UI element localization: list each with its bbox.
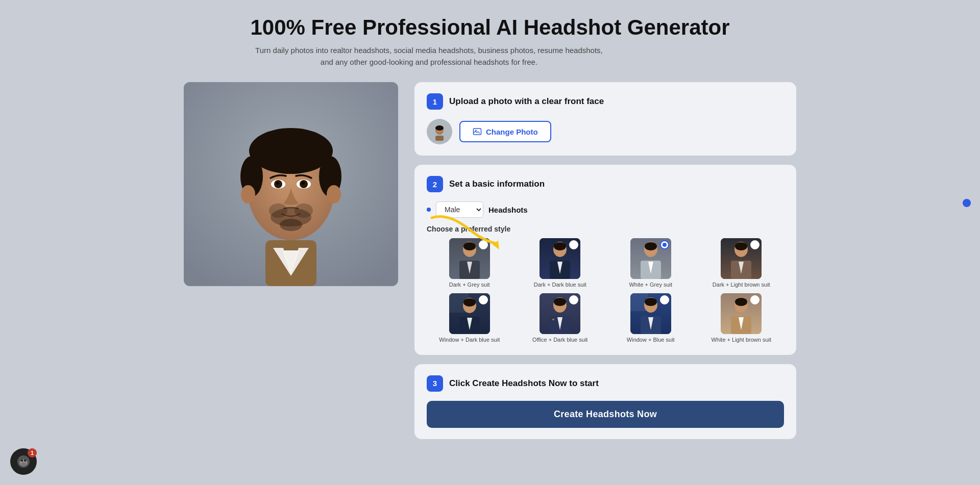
style-item-dark-grey[interactable]: Dark + Grey suit (427, 238, 512, 288)
svg-point-9 (255, 146, 327, 169)
style-section-label: Choose a preferred style (427, 225, 784, 233)
step3-card: 3 Click Create Headshots Now to start Cr… (414, 364, 796, 439)
style-radio-white-grey (660, 240, 669, 249)
gorilla-badge[interactable]: 1 (10, 448, 37, 475)
step2-title: Set a basic information (449, 179, 545, 189)
svg-point-10 (241, 185, 255, 203)
headshots-label: Headshots (488, 206, 528, 214)
step2-badge: 2 (427, 176, 443, 192)
style-label-white-grey: White + Grey suit (629, 281, 672, 288)
style-label-office-dark-blue: Office + Dark blue suit (532, 336, 587, 343)
svg-point-45 (735, 242, 747, 250)
right-panel: 1 Upload a photo with a clear front face (414, 82, 796, 439)
gender-dot (427, 208, 431, 212)
step1-badge: 1 (427, 93, 443, 110)
style-thumb-window-blue (630, 293, 671, 334)
svg-point-21 (280, 219, 302, 231)
gorilla-notification-badge: 1 (28, 448, 37, 457)
step2-header: 2 Set a basic information (427, 176, 784, 192)
style-item-window-blue[interactable]: Window + Blue suit (608, 293, 694, 343)
style-grid-wrapper: Dark + Grey suit (427, 238, 784, 344)
page-header: 100% Free Professional AI Headshot Gener… (250, 15, 729, 68)
notification-count: 1 (31, 450, 34, 456)
svg-point-56 (554, 298, 566, 306)
style-radio-window-dark-blue (479, 295, 488, 304)
svg-point-11 (327, 185, 341, 203)
style-thumb-white-light-brown (721, 293, 762, 334)
step1-header: 1 Upload a photo with a clear front face (427, 93, 784, 110)
style-label-window-dark-blue: Window + Dark blue suit (439, 336, 500, 343)
gender-select[interactable]: Male Female (436, 201, 483, 218)
step3-header: 3 Click Create Headshots Now to start (427, 375, 784, 392)
step1-card: 1 Upload a photo with a clear front face (414, 82, 796, 156)
svg-rect-24 (435, 136, 444, 141)
style-label-white-light-brown: White + Light brown suit (711, 336, 771, 343)
photo-preview-panel (184, 82, 398, 286)
change-photo-button[interactable]: Change Photo (459, 121, 551, 142)
svg-point-35 (554, 242, 566, 250)
style-label-dark-blue: Dark + Dark blue suit (534, 281, 586, 288)
style-label-dark-grey: Dark + Grey suit (449, 281, 490, 288)
style-thumb-window-dark-blue (449, 293, 490, 334)
change-photo-label: Change Photo (486, 127, 538, 136)
style-label-window-blue: Window + Blue suit (627, 336, 675, 343)
page-title: 100% Free Professional AI Headshot Gener… (250, 15, 729, 40)
svg-point-51 (463, 298, 476, 307)
create-headshots-label: Create Headshots Now (554, 409, 657, 419)
main-content: 1 Upload a photo with a clear front face (184, 82, 796, 439)
svg-point-16 (276, 182, 279, 185)
svg-point-30 (463, 242, 476, 250)
style-item-dark-blue[interactable]: Dark + Dark blue suit (518, 238, 603, 288)
svg-point-76 (21, 460, 23, 462)
svg-point-17 (302, 182, 305, 185)
image-icon (473, 127, 482, 136)
upload-section: Change Photo (427, 119, 784, 144)
step3-title: Click Create Headshots Now to start (449, 378, 599, 389)
style-item-white-grey[interactable]: White + Grey suit (608, 238, 694, 288)
svg-point-75 (21, 463, 26, 466)
step3-badge: 3 (427, 375, 443, 392)
svg-point-19 (269, 203, 287, 218)
gender-row: Male Female Headshots (427, 201, 784, 218)
style-item-dark-light-brown[interactable]: Dark + Light brown suit (699, 238, 785, 288)
page-wrapper: 100% Free Professional AI Headshot Gener… (0, 0, 980, 485)
step1-title: Upload a photo with a clear front face (449, 96, 604, 107)
style-thumb-white-grey (630, 238, 671, 279)
style-label-dark-light-brown: Dark + Light brown suit (713, 281, 770, 288)
create-headshots-button[interactable]: Create Headshots Now (427, 401, 784, 428)
page-subtitle: Turn daily photos into realtor headshots… (250, 45, 607, 68)
style-thumb-dark-blue (540, 238, 580, 279)
top-right-indicator (963, 199, 971, 207)
style-thumb-office-dark-blue (540, 293, 580, 334)
svg-point-77 (24, 460, 26, 462)
style-radio-dark-grey (479, 240, 488, 249)
svg-point-68 (735, 298, 747, 306)
svg-point-20 (295, 203, 313, 218)
svg-point-40 (645, 242, 657, 250)
style-thumb-dark-light-brown (721, 238, 762, 279)
step2-card: 2 Set a basic information Male Female He… (414, 165, 796, 355)
avatar (427, 119, 452, 144)
style-radio-window-blue (660, 295, 669, 304)
svg-rect-59 (552, 319, 554, 320)
face-canvas (184, 82, 398, 286)
style-item-office-dark-blue[interactable]: Office + Dark blue suit (518, 293, 603, 343)
svg-point-23 (435, 125, 444, 131)
style-thumb-dark-grey (449, 238, 490, 279)
style-grid: Dark + Grey suit (427, 238, 784, 344)
style-item-white-light-brown[interactable]: White + Light brown suit (699, 293, 785, 343)
style-item-window-dark-blue[interactable]: Window + Dark blue suit (427, 293, 512, 343)
svg-point-63 (645, 298, 657, 306)
